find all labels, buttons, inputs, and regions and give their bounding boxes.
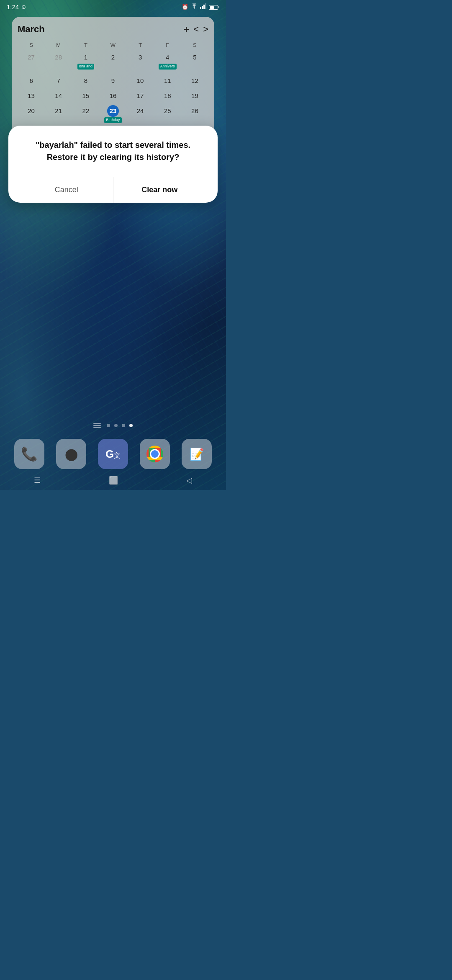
notes-app-icon[interactable]: 📝 [182, 439, 212, 469]
shield-icon: ⊙ [21, 4, 26, 10]
cancel-button[interactable]: Cancel [20, 177, 113, 203]
calendar-week-1: 27281Isra and234Annivers5 [18, 50, 208, 73]
calendar-day[interactable]: 5 [181, 50, 208, 73]
calendar-day[interactable]: 23Birthday [99, 103, 126, 127]
calendar-day[interactable]: 26 [181, 103, 208, 127]
nav-menu-button[interactable]: ☰ [34, 476, 41, 485]
battery-icon [209, 4, 219, 10]
calendar-day[interactable]: 28 [45, 50, 72, 73]
translate-app-icon[interactable]: G文 [98, 439, 128, 469]
calendar-day[interactable]: 15 [72, 88, 99, 103]
calendar-day[interactable]: 4Annivers [154, 50, 181, 73]
calendar-day[interactable]: 24 [127, 103, 154, 127]
calendar-day[interactable]: 8 [72, 73, 99, 88]
calendar-day[interactable]: 1Isra and [72, 50, 99, 73]
calendar-week-4: 20212223Birthday242526 [18, 103, 208, 127]
calendar-day[interactable]: 6 [18, 73, 45, 88]
camera-app-icon[interactable]: ⬤ [56, 439, 86, 469]
status-bar: 1:24 ⊙ ⏰ [0, 0, 226, 13]
calendar-next-button[interactable]: > [203, 24, 208, 35]
calendar-day[interactable]: 12 [181, 73, 208, 88]
calendar-day[interactable]: 22 [72, 103, 99, 127]
calendar-day[interactable]: 2 [99, 50, 126, 73]
calendar-day[interactable]: 17 [127, 88, 154, 103]
calendar-day[interactable]: 21 [45, 103, 72, 127]
clear-now-button[interactable]: Clear now [113, 177, 206, 203]
signal-icon [200, 3, 207, 10]
phone-app-icon[interactable]: 📞 [14, 439, 44, 469]
calendar-add-button[interactable]: + [183, 23, 189, 35]
chrome-app-icon[interactable] [140, 439, 170, 469]
calendar-month: March [18, 24, 45, 35]
calendar-day[interactable]: 16 [99, 88, 126, 103]
page-dot-2[interactable] [114, 424, 118, 427]
calendar-day[interactable]: 3 [127, 50, 154, 73]
calendar-day[interactable]: 9 [99, 73, 126, 88]
svg-rect-1 [202, 6, 203, 9]
calendar-day[interactable]: 19 [181, 88, 208, 103]
day-header-mon: M [45, 40, 72, 50]
page-dot-4[interactable] [129, 424, 133, 427]
day-header-thu: T [127, 40, 154, 50]
calendar-day[interactable]: 13 [18, 88, 45, 103]
calendar-day[interactable]: 20 [18, 103, 45, 127]
dialog-buttons: Cancel Clear now [20, 177, 206, 203]
pages-menu-icon[interactable] [93, 423, 101, 428]
day-header-tue: T [72, 40, 99, 50]
nav-bar: ☰ ⬜ ◁ [0, 471, 226, 490]
calendar-day[interactable]: 14 [45, 88, 72, 103]
svg-rect-2 [203, 5, 205, 9]
calendar-day[interactable]: 27 [18, 50, 45, 73]
svg-rect-0 [200, 7, 201, 9]
calendar-prev-button[interactable]: < [193, 24, 199, 35]
wifi-icon [190, 3, 198, 10]
status-time: 1:24 [7, 3, 19, 10]
nav-back-button[interactable]: ◁ [186, 476, 192, 485]
day-header-wed: W [99, 40, 126, 50]
dialog-message: "bayarlah" failed to start several times… [20, 139, 206, 163]
calendar-day[interactable]: 11 [154, 73, 181, 88]
calendar-week-3: 13141516171819 [18, 88, 208, 103]
day-header-fri: F [154, 40, 181, 50]
page-dot-1[interactable] [107, 424, 110, 427]
error-dialog: "bayarlah" failed to start several times… [8, 126, 218, 203]
nav-home-button[interactable]: ⬜ [109, 476, 118, 485]
status-left: 1:24 ⊙ [7, 3, 26, 10]
home-dots [0, 423, 226, 428]
alarm-icon: ⏰ [182, 4, 188, 10]
calendar-day-headers: S M T W T F S [18, 40, 208, 50]
calendar-nav: + < > [183, 23, 208, 35]
dock: 📞 ⬤ G文 📝 [8, 439, 218, 469]
status-right: ⏰ [182, 3, 219, 10]
calendar-header: March + < > [18, 23, 208, 35]
calendar-day[interactable]: 25 [154, 103, 181, 127]
day-header-sun: S [18, 40, 45, 50]
page-dot-3[interactable] [122, 424, 125, 427]
svg-rect-3 [205, 3, 206, 9]
calendar-day[interactable]: 7 [45, 73, 72, 88]
calendar-day[interactable]: 10 [127, 73, 154, 88]
calendar-day[interactable]: 18 [154, 88, 181, 103]
day-header-sat: S [181, 40, 208, 50]
calendar-week-2: 6789101112 [18, 73, 208, 88]
